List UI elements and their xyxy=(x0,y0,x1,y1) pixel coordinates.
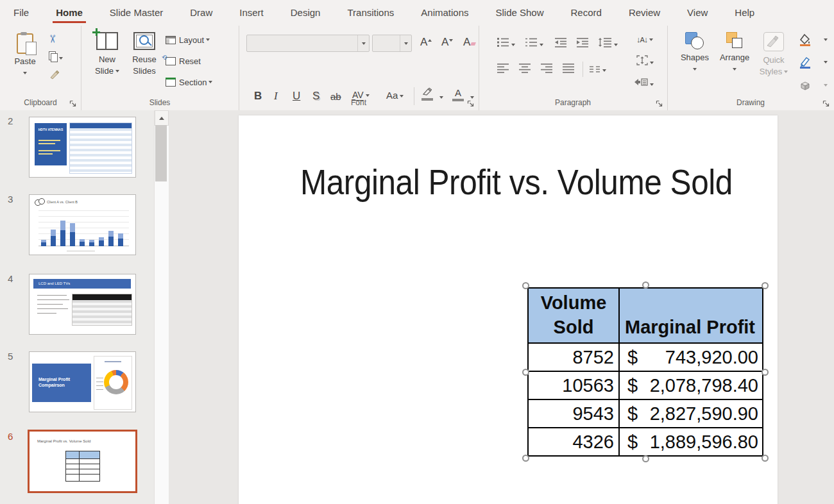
align-text-button[interactable] xyxy=(636,55,654,68)
table-cell-volume[interactable]: 10563 xyxy=(529,372,618,399)
tab-view[interactable]: View xyxy=(674,0,721,26)
scrollbar-thumb[interactable] xyxy=(155,125,167,181)
slide-table-container[interactable]: Volume Sold Marginal Profit 8752 $743,92… xyxy=(527,287,763,457)
tab-help[interactable]: Help xyxy=(721,0,768,26)
align-right-button[interactable] xyxy=(540,63,553,76)
table-header-profit[interactable]: Marginal Profit xyxy=(620,289,762,342)
slide-6-thumbnail-selected[interactable]: Marginal Profit vs. Volume Sold xyxy=(28,430,137,493)
tab-review[interactable]: Review xyxy=(615,0,674,26)
shape-effects-button[interactable] xyxy=(799,80,831,94)
reuse-slides-button[interactable]: Reuse Slides xyxy=(126,32,163,76)
tab-insert[interactable]: Insert xyxy=(226,0,277,26)
slide-3-thumbnail[interactable]: Client A vs. Client B xyxy=(29,194,136,255)
tab-transitions[interactable]: Transitions xyxy=(334,0,407,26)
table-cell-volume[interactable]: 9543 xyxy=(529,400,618,427)
align-center-button[interactable] xyxy=(518,63,531,76)
tab-animations[interactable]: Animations xyxy=(407,0,482,26)
table-cell-profit[interactable]: $2,827,590.90 xyxy=(620,400,762,427)
clipboard-dialog-launcher[interactable] xyxy=(69,99,77,106)
grow-font-button[interactable]: A xyxy=(420,36,432,49)
tab-record[interactable]: Record xyxy=(557,0,615,26)
paragraph-group: ↓A↓ Paragraph xyxy=(479,26,668,110)
slide-title[interactable]: Marginal Profit vs. Volume Sold xyxy=(300,162,733,203)
table-cell-volume[interactable]: 4326 xyxy=(529,428,618,455)
font-name-combobox[interactable] xyxy=(246,35,370,52)
shrink-font-button[interactable]: A xyxy=(441,36,453,49)
paste-button[interactable]: Paste xyxy=(8,33,42,78)
table-cell-volume[interactable]: 8752 xyxy=(529,344,618,371)
slide-2-thumbnail[interactable]: HDTV ATENNAS xyxy=(29,117,136,178)
drawing-dialog-launcher[interactable] xyxy=(822,99,830,106)
layout-chevron xyxy=(206,38,210,41)
decrease-indent-button[interactable] xyxy=(554,37,567,50)
font-name-chevron[interactable] xyxy=(357,35,369,51)
clear-formatting-button[interactable]: A xyxy=(463,36,475,49)
shape-outline-button[interactable] xyxy=(799,56,831,70)
selection-handle-bottom-right[interactable] xyxy=(762,455,769,462)
shape-outline-icon xyxy=(799,56,812,69)
paragraph-dialog-launcher[interactable] xyxy=(656,99,663,106)
data-table[interactable]: Volume Sold Marginal Profit 8752 $743,92… xyxy=(527,287,763,457)
tab-draw[interactable]: Draw xyxy=(176,0,226,26)
increase-indent-button[interactable] xyxy=(576,37,589,50)
thumbnail-title-ribbon: HDTV ATENNAS xyxy=(35,123,67,165)
reset-button[interactable]: Reset xyxy=(166,55,201,67)
scissors-icon: ✂ xyxy=(46,34,59,43)
convert-smartart-button[interactable] xyxy=(634,77,654,90)
bullets-button[interactable] xyxy=(497,37,515,50)
shape-fill-button[interactable] xyxy=(799,33,831,47)
new-slide-button[interactable]: New Slide xyxy=(89,32,126,76)
columns-button[interactable] xyxy=(589,64,606,76)
shapes-button[interactable]: Shapes xyxy=(676,32,713,74)
selection-handle-middle-right[interactable] xyxy=(762,369,769,376)
highlighter-icon xyxy=(421,88,433,97)
thumbnail-scrollbar[interactable] xyxy=(154,110,169,504)
font-dialog-launcher[interactable] xyxy=(467,99,475,106)
arrange-button[interactable]: Arrange xyxy=(716,32,753,74)
text-direction-button[interactable]: ↓A↓ xyxy=(636,33,653,45)
layout-button[interactable]: Layout xyxy=(166,33,210,46)
table-cell-profit[interactable]: $1,889,596.80 xyxy=(620,428,762,455)
tab-design[interactable]: Design xyxy=(277,0,334,26)
tab-home[interactable]: Home xyxy=(42,0,96,26)
table-cell-profit[interactable]: $743,920.00 xyxy=(620,344,762,371)
slide-4-thumbnail[interactable]: LCD and LED TVs xyxy=(29,274,136,335)
tab-slide-master[interactable]: Slide Master xyxy=(96,0,176,26)
numbering-button[interactable] xyxy=(525,37,543,50)
selection-handle-bottom-center[interactable] xyxy=(642,455,649,462)
section-button[interactable]: Section xyxy=(166,76,212,88)
selection-handle-bottom-left[interactable] xyxy=(522,455,529,462)
justify-button[interactable] xyxy=(562,63,575,76)
scrollbar-up-button[interactable] xyxy=(155,110,169,126)
table-cell-profit[interactable]: $2,078,798.40 xyxy=(620,372,762,399)
menu-bar: File Home Slide Master Draw Insert Desig… xyxy=(0,0,834,26)
quick-styles-button[interactable]: Quick Styles xyxy=(756,32,792,77)
slide-canvas[interactable]: Marginal Profit vs. Volume Sold Volume S… xyxy=(239,115,778,504)
columns-chevron xyxy=(602,69,606,72)
drawing-group-label: Drawing xyxy=(667,98,834,107)
line-spacing-button[interactable] xyxy=(598,37,618,50)
cut-button[interactable]: ✂ xyxy=(47,32,56,46)
tab-slide-show[interactable]: Slide Show xyxy=(482,0,557,26)
selection-handle-middle-left[interactable] xyxy=(522,369,529,376)
selection-handle-top-center[interactable] xyxy=(642,281,649,289)
new-slide-chevron xyxy=(115,70,119,72)
quick-styles-chevron xyxy=(784,71,788,73)
selection-handle-top-left[interactable] xyxy=(522,282,529,289)
selection-handle-top-right[interactable] xyxy=(762,282,769,289)
section-chevron xyxy=(208,81,212,83)
align-left-button[interactable] xyxy=(497,63,509,76)
slide-2-number: 2 xyxy=(8,115,13,126)
tab-file[interactable]: File xyxy=(0,0,42,26)
slide-thumbnail-panel: 2 HDTV ATENNAS 3 Client A vs. Client B xyxy=(0,110,154,504)
slide-5-thumbnail[interactable]: Marginal Profit Compairson xyxy=(29,351,136,412)
font-size-combobox[interactable] xyxy=(372,35,412,52)
format-painter-button[interactable] xyxy=(49,69,60,82)
thumbnail-slide-title: Marginal Profit vs. Volume Sold xyxy=(37,439,90,443)
copy-button[interactable] xyxy=(49,51,63,63)
text-direction-chevron xyxy=(649,38,653,41)
table-header-volume[interactable]: Volume Sold xyxy=(529,289,618,342)
font-size-chevron[interactable] xyxy=(400,35,411,51)
shapes-chevron xyxy=(693,68,697,71)
text-direction-icon: ↓A↓ xyxy=(636,35,647,44)
